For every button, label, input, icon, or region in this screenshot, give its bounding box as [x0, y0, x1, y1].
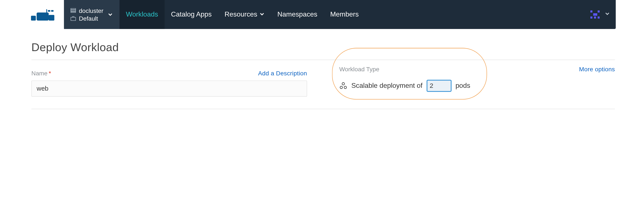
- more-options-link[interactable]: More options: [579, 66, 615, 73]
- chevron-down-icon: [260, 11, 265, 19]
- svg-rect-10: [590, 11, 592, 13]
- svg-point-18: [344, 86, 346, 88]
- workload-type-label: Workload Type: [339, 66, 615, 73]
- chevron-down-icon[interactable]: [604, 11, 610, 18]
- project-name: Default: [79, 15, 98, 23]
- cluster-name: docluster: [79, 7, 104, 15]
- svg-rect-11: [598, 11, 600, 13]
- cluster-icon: [70, 8, 76, 13]
- svg-rect-7: [71, 10, 76, 11]
- pod-count-input[interactable]: [426, 80, 451, 92]
- svg-rect-14: [594, 17, 596, 19]
- svg-point-16: [342, 83, 344, 85]
- rancher-logo[interactable]: [30, 0, 62, 29]
- required-asterisk: *: [49, 70, 51, 77]
- nav-tab-label: Workloads: [126, 11, 158, 19]
- nav-tab-label: Resources: [224, 11, 257, 19]
- top-navbar: docluster Default Workloads: [30, 0, 616, 29]
- nav-tab-label: Namespaces: [278, 11, 317, 19]
- add-description-link[interactable]: Add a Description: [258, 70, 307, 77]
- nav-tab-label: Catalog Apps: [171, 11, 212, 19]
- svg-rect-8: [71, 12, 76, 13]
- svg-rect-3: [51, 10, 54, 12]
- svg-rect-13: [590, 17, 592, 19]
- nav-tab-resources[interactable]: Resources: [218, 0, 271, 29]
- apps-grid-icon[interactable]: [589, 9, 601, 20]
- page-title: Deploy Workload: [31, 41, 615, 60]
- nav-tab-workloads[interactable]: Workloads: [120, 0, 164, 29]
- svg-rect-1: [37, 13, 49, 21]
- cluster-project-selector[interactable]: docluster Default: [64, 0, 120, 29]
- workload-type-text-prefix: Scalable deployment of: [352, 82, 422, 90]
- svg-rect-15: [598, 17, 600, 19]
- chevron-down-icon: [105, 12, 116, 17]
- deployment-icon: [339, 82, 347, 90]
- svg-rect-0: [31, 16, 36, 21]
- workload-type-text-suffix: pods: [456, 82, 470, 90]
- svg-point-17: [340, 86, 342, 88]
- nav-tab-members[interactable]: Members: [324, 0, 365, 29]
- name-input[interactable]: [31, 81, 307, 97]
- svg-rect-12: [593, 13, 597, 16]
- svg-rect-9: [71, 17, 76, 20]
- svg-rect-4: [49, 15, 54, 20]
- project-icon: [70, 16, 76, 21]
- nav-tab-namespaces[interactable]: Namespaces: [271, 0, 324, 29]
- svg-rect-6: [71, 9, 76, 10]
- svg-rect-5: [46, 9, 47, 13]
- nav-tab-label: Members: [330, 11, 359, 19]
- nav-tab-catalog-apps[interactable]: Catalog Apps: [164, 0, 218, 29]
- svg-rect-2: [48, 10, 50, 12]
